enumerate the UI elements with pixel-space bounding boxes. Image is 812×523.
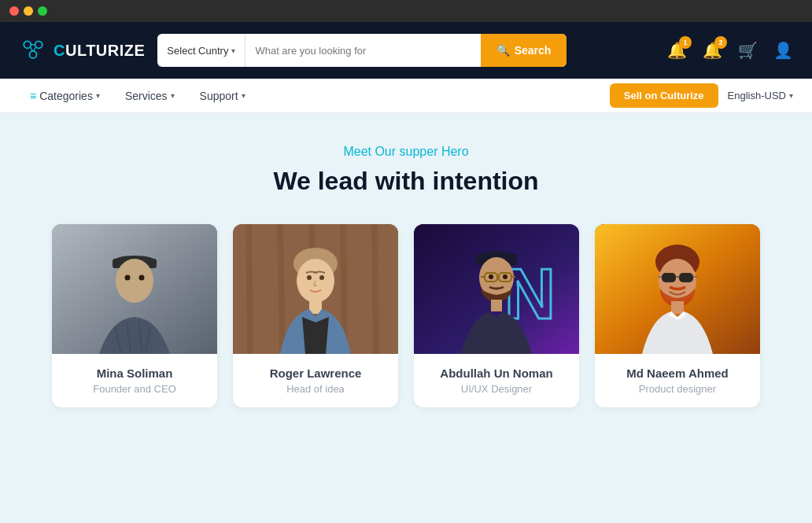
search-button-label: Search (515, 44, 552, 57)
nav-icons: 🔔 1 🔔 2 🛒 👤 (667, 41, 793, 60)
main-content: Meet Our supper Hero We lead with intent… (0, 113, 812, 523)
support-chevron-icon: ▾ (242, 91, 245, 100)
services-chevron-icon: ▾ (171, 91, 175, 100)
team-card-3-info: Abdullah Un Noman UI/UX Designer (414, 354, 579, 407)
svg-point-12 (139, 275, 145, 281)
logo[interactable]: CULTURIZE (19, 36, 145, 64)
categories-menu[interactable]: ≡ Categories ▾ (19, 79, 111, 113)
notification-badge: 1 (679, 36, 692, 49)
svg-point-10 (116, 259, 153, 303)
search-input[interactable] (245, 34, 480, 67)
maximize-button[interactable] (38, 6, 47, 16)
cart-button[interactable]: 🛒 (738, 41, 758, 60)
cart-icon: 🛒 (738, 42, 758, 59)
profile-button[interactable]: 👤 (773, 41, 793, 60)
team-member-4-role: Product designer (607, 383, 747, 395)
language-label: English-USD (728, 90, 786, 101)
section-title: We lead with intention (273, 167, 538, 196)
services-label: Services (125, 90, 168, 102)
grid-icon: ≡ (30, 90, 36, 102)
support-label: Support (200, 90, 238, 102)
user-icon: 👤 (773, 42, 793, 59)
svg-rect-37 (679, 273, 693, 282)
subnav-left: ≡ Categories ▾ Services ▾ Support ▾ (19, 79, 610, 113)
navbar: CULTURIZE Select Cuntry ▾ 🔍 Search 🔔 1 🔔… (0, 22, 812, 79)
svg-point-31 (503, 274, 507, 279)
sell-on-culturize-button[interactable]: Sell on Culturize (610, 83, 718, 108)
categories-label: Categories (39, 90, 93, 102)
svg-rect-41 (671, 301, 684, 314)
team-member-1-name: Mina Soliman (65, 366, 205, 380)
team-member-3-role: UI/UX Designer (426, 383, 567, 395)
search-button[interactable]: 🔍 Search (481, 34, 567, 67)
window-chrome (0, 0, 812, 22)
team-card-2-info: Roger Lawrence Head of idea (233, 354, 398, 407)
minimize-button[interactable] (24, 6, 33, 16)
team-card-2-image (233, 224, 398, 354)
alert-badge: 2 (714, 36, 727, 49)
categories-chevron-icon: ▾ (96, 91, 100, 100)
team-member-1-role: Founder and CEO (65, 383, 205, 395)
svg-rect-36 (662, 273, 676, 282)
team-card-4: Md Naeem Ahmed Product designer (595, 224, 760, 407)
svg-point-18 (319, 275, 324, 280)
team-card-4-info: Md Naeem Ahmed Product designer (595, 354, 760, 407)
search-bar: Select Cuntry ▾ 🔍 Search (157, 34, 567, 67)
app-container: CULTURIZE Select Cuntry ▾ 🔍 Search 🔔 1 🔔… (0, 22, 812, 523)
svg-point-2 (30, 51, 37, 58)
team-member-4-name: Md Naeem Ahmed (607, 366, 747, 380)
alerts-button[interactable]: 🔔 2 (703, 41, 722, 60)
chevron-down-icon: ▾ (231, 46, 235, 55)
team-card-3-image: N (414, 224, 579, 354)
close-button[interactable] (9, 6, 19, 16)
team-card-2: Roger Lawrence Head of idea (233, 224, 398, 407)
subnav-right: Sell on Culturize English-USD ▾ (610, 83, 793, 108)
team-member-2-name: Roger Lawrence (245, 366, 386, 380)
team-member-3-name: Abdullah Un Noman (426, 366, 567, 380)
logo-icon (19, 36, 47, 64)
search-icon: 🔍 (496, 44, 510, 57)
language-selector[interactable]: English-USD ▾ (728, 90, 793, 101)
country-select-dropdown[interactable]: Select Cuntry ▾ (157, 34, 245, 67)
team-card-4-image (595, 224, 760, 354)
svg-rect-32 (491, 300, 502, 311)
subnav: ≡ Categories ▾ Services ▾ Support ▾ Sell… (0, 79, 812, 113)
services-menu[interactable]: Services ▾ (114, 79, 186, 113)
section-subtitle: Meet Our supper Hero (343, 145, 468, 159)
team-card-1: Mina Soliman Founder and CEO (52, 224, 217, 407)
logo-text: CULTURIZE (54, 42, 145, 60)
team-card-1-info: Mina Soliman Founder and CEO (52, 354, 217, 407)
team-card-1-image (52, 224, 217, 354)
notifications-button[interactable]: 🔔 1 (667, 41, 687, 60)
language-chevron-icon: ▾ (789, 91, 793, 100)
svg-point-17 (307, 275, 312, 280)
country-select-label: Select Cuntry (167, 45, 228, 57)
team-card-3: N (414, 224, 579, 407)
team-member-2-role: Head of idea (245, 383, 386, 395)
svg-point-11 (125, 275, 131, 281)
team-grid: Mina Soliman Founder and CEO (52, 224, 760, 407)
support-menu[interactable]: Support ▾ (189, 79, 257, 113)
svg-point-30 (489, 274, 493, 279)
